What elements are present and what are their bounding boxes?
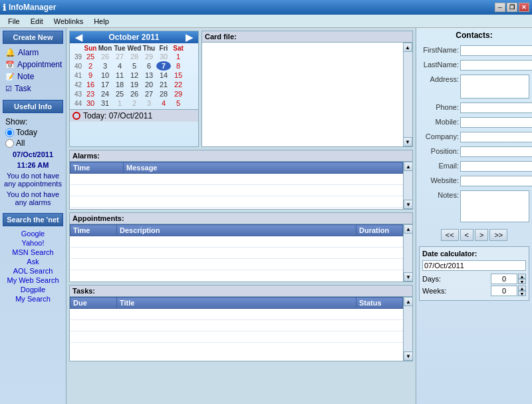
cal-day-2-0[interactable]: 9 [83, 71, 98, 80]
cal-day-0-3[interactable]: 28 [127, 52, 142, 61]
cal-day-3-0[interactable]: 16 [83, 80, 98, 89]
address-input[interactable] [460, 75, 529, 99]
sidebar-item-task[interactable]: ☑ Task [3, 83, 63, 95]
cal-day-1-6[interactable]: 8 [171, 61, 186, 71]
radio-today-input[interactable] [5, 128, 14, 137]
cal-day-1-3[interactable]: 5 [127, 61, 142, 71]
search-google[interactable]: Google [3, 229, 63, 238]
website-input[interactable] [460, 176, 532, 186]
weeks-value-input[interactable] [491, 286, 517, 296]
sidebar-item-note[interactable]: 📝 Note [3, 71, 63, 83]
right-panel: Contacts: FirstName: LastName: Address: … [416, 28, 532, 404]
restore-button[interactable]: ❐ [507, 3, 517, 12]
nav-next-button[interactable]: > [475, 229, 488, 241]
cal-day-3-2[interactable]: 18 [112, 80, 127, 89]
nav-first-button[interactable]: << [441, 229, 459, 241]
search-mysearch[interactable]: My Search [3, 294, 63, 303]
cal-day-2-3[interactable]: 12 [127, 71, 142, 80]
alarms-scroll-up[interactable]: ▲ [404, 162, 413, 171]
cal-day-1-2[interactable]: 4 [112, 61, 127, 71]
alarms-table-wrapper: Time Message [70, 162, 403, 209]
tasks-scroll-up[interactable]: ▲ [404, 297, 413, 306]
email-input[interactable] [460, 161, 532, 172]
cal-day-2-2[interactable]: 11 [112, 71, 127, 80]
mobile-input[interactable] [460, 117, 532, 128]
sidebar-item-alarm[interactable]: 🔔 Alarm [3, 47, 63, 59]
cal-day-0-4[interactable]: 29 [142, 52, 156, 61]
sidebar-item-appointment[interactable]: 📅 Appointment [3, 59, 63, 71]
search-mywebsearch[interactable]: My Web Search [3, 276, 63, 285]
cal-day-2-4[interactable]: 13 [142, 71, 156, 80]
tasks-scroll-down[interactable]: ▼ [404, 351, 413, 361]
cal-day-3-4[interactable]: 20 [142, 80, 156, 89]
cal-day-5-0[interactable]: 30 [83, 99, 98, 108]
cal-day-2-5[interactable]: 14 [156, 71, 171, 80]
radio-all-input[interactable] [5, 139, 14, 148]
cal-day-0-1[interactable]: 26 [98, 52, 112, 61]
cal-day-4-6[interactable]: 29 [171, 89, 186, 99]
notes-input[interactable] [460, 190, 529, 222]
cal-day-1-5[interactable]: 7 [156, 61, 171, 71]
cal-day-3-6[interactable]: 22 [171, 80, 186, 89]
cal-day-5-4[interactable]: 3 [142, 99, 156, 108]
cal-day-0-0[interactable]: 25 [83, 52, 98, 61]
menu-edit[interactable]: Edit [25, 16, 49, 27]
menu-weblinks[interactable]: Weblinks [49, 16, 88, 27]
cal-day-2-1[interactable]: 10 [98, 71, 112, 80]
cal-day-0-6[interactable]: 1 [171, 52, 186, 61]
appt-scroll-down[interactable]: ▼ [404, 272, 413, 282]
cal-day-1-0[interactable]: 2 [83, 61, 98, 71]
cal-day-3-5[interactable]: 21 [156, 80, 171, 89]
appt-scroll-up[interactable]: ▲ [404, 224, 413, 234]
cal-day-5-2[interactable]: 1 [112, 99, 127, 108]
menu-file[interactable]: File [3, 16, 25, 27]
phone-input[interactable] [460, 102, 532, 113]
days-increment-button[interactable]: ▲ [518, 274, 526, 279]
cal-day-5-1[interactable]: 31 [98, 99, 112, 108]
cal-day-3-3[interactable]: 19 [127, 80, 142, 89]
search-ask[interactable]: Ask [3, 257, 63, 266]
firstname-input[interactable] [460, 45, 532, 56]
cal-day-4-3[interactable]: 26 [127, 89, 142, 99]
cal-day-1-1[interactable]: 3 [98, 61, 112, 71]
cal-day-0-2[interactable]: 27 [112, 52, 127, 61]
cal-day-1-4[interactable]: 6 [142, 61, 156, 71]
cal-day-4-5[interactable]: 28 [156, 89, 171, 99]
cal-day-5-5[interactable]: 4 [156, 99, 171, 108]
company-input[interactable] [460, 132, 532, 142]
cal-day-4-2[interactable]: 25 [112, 89, 127, 99]
cal-day-5-6[interactable]: 5 [171, 99, 186, 108]
calendar-next-button[interactable]: ▶ [183, 33, 196, 42]
lastname-input[interactable] [460, 60, 532, 71]
weeks-decrement-button[interactable]: ▼ [518, 291, 526, 296]
radio-all[interactable]: All [5, 138, 61, 148]
appt-empty-row2 [70, 248, 403, 259]
search-msn[interactable]: MSN Search [3, 248, 63, 257]
days-value-input[interactable] [491, 274, 517, 284]
cal-day-5-3[interactable]: 2 [127, 99, 142, 108]
cal-day-4-1[interactable]: 24 [98, 89, 112, 99]
radio-today[interactable]: Today [5, 128, 61, 137]
days-decrement-button[interactable]: ▼ [518, 279, 526, 284]
search-aol[interactable]: AOL Search [3, 266, 63, 276]
nav-prev-button[interactable]: < [460, 229, 473, 241]
nav-last-button[interactable]: >> [489, 229, 507, 241]
today-label: Today: 07/Oct/2011 [83, 111, 152, 120]
cal-day-4-4[interactable]: 27 [142, 89, 156, 99]
alarms-scroll-down[interactable]: ▼ [404, 200, 413, 209]
close-button[interactable]: ✕ [519, 3, 529, 12]
menu-help[interactable]: Help [88, 16, 114, 27]
cal-day-3-1[interactable]: 17 [98, 80, 112, 89]
calendar-prev-button[interactable]: ◀ [72, 33, 85, 42]
cal-day-2-6[interactable]: 15 [171, 71, 186, 80]
card-scroll-down[interactable]: ▼ [403, 137, 412, 146]
card-scroll-up[interactable]: ▲ [403, 43, 412, 52]
search-yahoo[interactable]: Yahoo! [3, 238, 63, 248]
position-input[interactable] [460, 146, 532, 157]
cal-day-4-0[interactable]: 23 [83, 89, 98, 99]
search-dogpile[interactable]: Dogpile [3, 285, 63, 294]
minimize-button[interactable]: ─ [495, 3, 505, 12]
cal-day-0-5[interactable]: 30 [156, 52, 171, 61]
date-calc-input[interactable] [422, 260, 526, 271]
weeks-increment-button[interactable]: ▲ [518, 286, 526, 291]
